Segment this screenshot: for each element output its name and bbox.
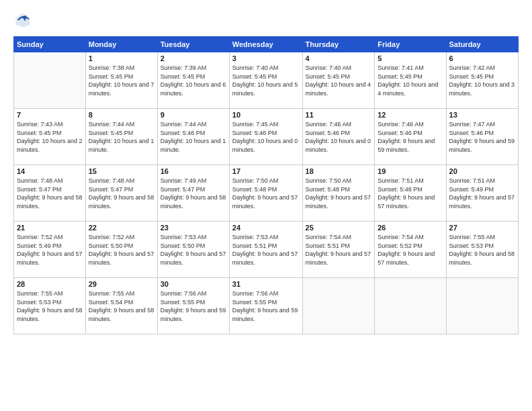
day-number: 4 — [306, 54, 372, 62]
calendar-cell — [375, 278, 446, 334]
day-info: Sunrise: 7:50 AMSunset: 5:48 PMDaylight:… — [232, 177, 300, 210]
day-info: Sunrise: 7:45 AMSunset: 5:46 PMDaylight:… — [232, 120, 300, 154]
day-number: 3 — [232, 54, 300, 62]
calendar-cell — [14, 52, 86, 109]
calendar-cell: 25Sunrise: 7:54 AMSunset: 5:51 PMDayligh… — [302, 222, 375, 278]
day-number: 5 — [378, 54, 443, 62]
calendar-week-1: 1Sunrise: 7:38 AMSunset: 5:45 PMDaylight… — [14, 52, 519, 109]
calendar-cell: 17Sunrise: 7:50 AMSunset: 5:48 PMDayligh… — [229, 165, 302, 222]
day-number: 25 — [306, 224, 372, 232]
day-info: Sunrise: 7:38 AMSunset: 5:45 PMDaylight:… — [89, 64, 154, 97]
day-info: Sunrise: 7:41 AMSunset: 5:45 PMDaylight:… — [378, 64, 443, 97]
day-info: Sunrise: 7:42 AMSunset: 5:45 PMDaylight:… — [449, 64, 515, 97]
calendar-header-saturday: Saturday — [446, 37, 518, 52]
day-number: 28 — [17, 280, 83, 288]
calendar-week-2: 7Sunrise: 7:43 AMSunset: 5:45 PMDaylight… — [14, 109, 519, 165]
day-info: Sunrise: 7:53 AMSunset: 5:50 PMDaylight:… — [161, 233, 226, 267]
calendar-cell: 15Sunrise: 7:48 AMSunset: 5:47 PMDayligh… — [85, 165, 157, 222]
calendar-header-wednesday: Wednesday — [229, 37, 302, 52]
day-number: 6 — [449, 54, 515, 62]
logo-icon — [13, 11, 32, 30]
day-info: Sunrise: 7:50 AMSunset: 5:48 PMDaylight:… — [306, 177, 372, 210]
calendar-cell: 11Sunrise: 7:46 AMSunset: 5:46 PMDayligh… — [302, 109, 375, 165]
day-number: 14 — [17, 167, 83, 175]
calendar-cell: 28Sunrise: 7:55 AMSunset: 5:53 PMDayligh… — [14, 278, 86, 334]
day-info: Sunrise: 7:56 AMSunset: 5:55 PMDaylight:… — [232, 289, 300, 323]
calendar-cell: 24Sunrise: 7:53 AMSunset: 5:51 PMDayligh… — [229, 222, 302, 278]
day-info: Sunrise: 7:47 AMSunset: 5:46 PMDaylight:… — [449, 120, 515, 154]
calendar-header-thursday: Thursday — [302, 37, 375, 52]
calendar-cell — [446, 278, 518, 334]
calendar-header-sunday: Sunday — [14, 37, 86, 52]
day-info: Sunrise: 7:46 AMSunset: 5:46 PMDaylight:… — [306, 120, 372, 154]
calendar-cell: 4Sunrise: 7:40 AMSunset: 5:45 PMDaylight… — [302, 52, 375, 109]
calendar-cell: 1Sunrise: 7:38 AMSunset: 5:45 PMDaylight… — [85, 52, 157, 109]
calendar-header-friday: Friday — [375, 37, 446, 52]
day-number: 12 — [378, 111, 443, 119]
calendar-cell: 7Sunrise: 7:43 AMSunset: 5:45 PMDaylight… — [14, 109, 86, 165]
calendar-cell: 22Sunrise: 7:52 AMSunset: 5:50 PMDayligh… — [85, 222, 157, 278]
calendar-header-tuesday: Tuesday — [157, 37, 229, 52]
day-info: Sunrise: 7:46 AMSunset: 5:46 PMDaylight:… — [378, 120, 443, 154]
calendar-cell: 29Sunrise: 7:55 AMSunset: 5:54 PMDayligh… — [85, 278, 157, 334]
calendar-cell: 6Sunrise: 7:42 AMSunset: 5:45 PMDaylight… — [446, 52, 518, 109]
calendar-cell: 20Sunrise: 7:51 AMSunset: 5:49 PMDayligh… — [446, 165, 518, 222]
calendar-cell: 8Sunrise: 7:44 AMSunset: 5:45 PMDaylight… — [85, 109, 157, 165]
calendar-cell: 14Sunrise: 7:48 AMSunset: 5:47 PMDayligh… — [14, 165, 86, 222]
calendar-week-4: 21Sunrise: 7:52 AMSunset: 5:49 PMDayligh… — [14, 222, 519, 278]
day-number: 19 — [378, 167, 443, 175]
calendar-header-monday: Monday — [85, 37, 157, 52]
header — [13, 11, 519, 30]
day-info: Sunrise: 7:51 AMSunset: 5:49 PMDaylight:… — [449, 177, 515, 210]
calendar-cell: 13Sunrise: 7:47 AMSunset: 5:46 PMDayligh… — [446, 109, 518, 165]
day-info: Sunrise: 7:43 AMSunset: 5:45 PMDaylight:… — [17, 120, 83, 154]
day-number: 23 — [161, 224, 226, 232]
day-number: 7 — [17, 111, 83, 119]
day-number: 29 — [89, 280, 154, 288]
day-number: 31 — [232, 280, 300, 288]
calendar-cell: 3Sunrise: 7:40 AMSunset: 5:45 PMDaylight… — [229, 52, 302, 109]
day-number: 8 — [89, 111, 154, 119]
calendar-cell: 21Sunrise: 7:52 AMSunset: 5:49 PMDayligh… — [14, 222, 86, 278]
day-info: Sunrise: 7:52 AMSunset: 5:49 PMDaylight:… — [17, 233, 83, 267]
day-number: 9 — [161, 111, 226, 119]
calendar-cell: 30Sunrise: 7:56 AMSunset: 5:55 PMDayligh… — [157, 278, 229, 334]
calendar-cell: 5Sunrise: 7:41 AMSunset: 5:45 PMDaylight… — [375, 52, 446, 109]
calendar-cell: 18Sunrise: 7:50 AMSunset: 5:48 PMDayligh… — [302, 165, 375, 222]
logo — [13, 11, 35, 30]
day-info: Sunrise: 7:40 AMSunset: 5:45 PMDaylight:… — [232, 64, 300, 97]
calendar-cell: 2Sunrise: 7:39 AMSunset: 5:45 PMDaylight… — [157, 52, 229, 109]
day-info: Sunrise: 7:39 AMSunset: 5:45 PMDaylight:… — [161, 64, 226, 97]
day-number: 17 — [232, 167, 300, 175]
day-info: Sunrise: 7:44 AMSunset: 5:46 PMDaylight:… — [161, 120, 226, 154]
day-info: Sunrise: 7:55 AMSunset: 5:54 PMDaylight:… — [89, 289, 154, 323]
day-number: 13 — [449, 111, 515, 119]
calendar-cell: 10Sunrise: 7:45 AMSunset: 5:46 PMDayligh… — [229, 109, 302, 165]
day-info: Sunrise: 7:40 AMSunset: 5:45 PMDaylight:… — [306, 64, 372, 97]
day-number: 2 — [161, 54, 226, 62]
calendar-header-row: SundayMondayTuesdayWednesdayThursdayFrid… — [14, 37, 519, 52]
calendar-cell: 27Sunrise: 7:55 AMSunset: 5:53 PMDayligh… — [446, 222, 518, 278]
day-info: Sunrise: 7:52 AMSunset: 5:50 PMDaylight:… — [89, 233, 154, 267]
day-info: Sunrise: 7:49 AMSunset: 5:47 PMDaylight:… — [161, 177, 226, 210]
calendar-cell: 16Sunrise: 7:49 AMSunset: 5:47 PMDayligh… — [157, 165, 229, 222]
day-info: Sunrise: 7:55 AMSunset: 5:53 PMDaylight:… — [449, 233, 515, 267]
day-number: 24 — [232, 224, 300, 232]
calendar-cell — [302, 278, 375, 334]
day-number: 10 — [232, 111, 300, 119]
day-info: Sunrise: 7:48 AMSunset: 5:47 PMDaylight:… — [17, 177, 83, 210]
calendar-cell: 9Sunrise: 7:44 AMSunset: 5:46 PMDaylight… — [157, 109, 229, 165]
day-info: Sunrise: 7:44 AMSunset: 5:45 PMDaylight:… — [89, 120, 154, 154]
day-number: 20 — [449, 167, 515, 175]
calendar-cell: 26Sunrise: 7:54 AMSunset: 5:52 PMDayligh… — [375, 222, 446, 278]
day-info: Sunrise: 7:54 AMSunset: 5:52 PMDaylight:… — [378, 233, 443, 267]
day-number: 11 — [306, 111, 372, 119]
day-number: 27 — [449, 224, 515, 232]
day-number: 22 — [89, 224, 154, 232]
day-number: 15 — [89, 167, 154, 175]
day-number: 21 — [17, 224, 83, 232]
day-number: 1 — [89, 54, 154, 62]
day-info: Sunrise: 7:56 AMSunset: 5:55 PMDaylight:… — [161, 289, 226, 323]
calendar-cell: 19Sunrise: 7:51 AMSunset: 5:48 PMDayligh… — [375, 165, 446, 222]
day-info: Sunrise: 7:51 AMSunset: 5:48 PMDaylight:… — [378, 177, 443, 210]
